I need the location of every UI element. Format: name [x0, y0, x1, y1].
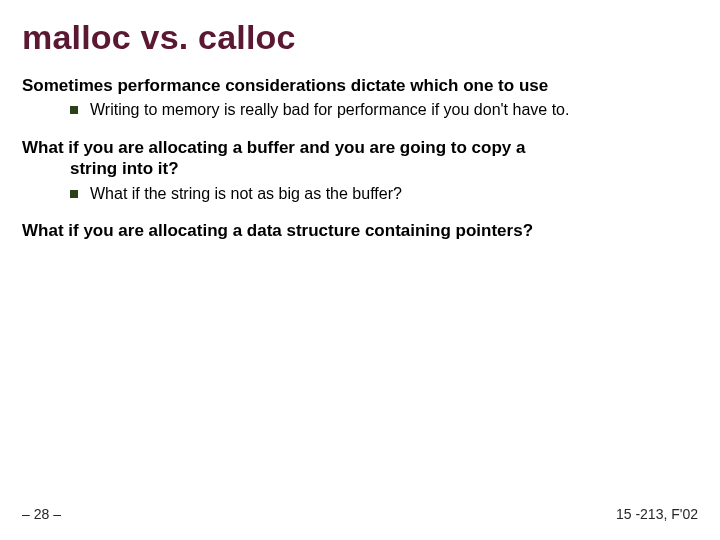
heading-2: What if you are allocating a buffer and … [22, 137, 698, 180]
heading-3: What if you are allocating a data struct… [22, 220, 698, 241]
heading-1: Sometimes performance considerations dic… [22, 75, 698, 96]
slide-title: malloc vs. calloc [22, 18, 698, 57]
square-bullet-icon [70, 106, 78, 114]
content-block-2: What if you are allocating a buffer and … [22, 137, 698, 204]
course-tag: 15 -213, F'02 [616, 506, 698, 522]
heading-1-text: Sometimes performance considerations dic… [22, 76, 548, 95]
heading-2-text: What if you are allocating a buffer and … [22, 138, 525, 157]
bullet-text: Writing to memory is really bad for perf… [90, 100, 569, 121]
content-block-3: What if you are allocating a data struct… [22, 220, 698, 241]
bullet-row: Writing to memory is really bad for perf… [22, 100, 698, 121]
square-bullet-icon [70, 190, 78, 198]
bullet-text: What if the string is not as big as the … [90, 184, 402, 205]
heading-3-text: What if you are allocating a data struct… [22, 221, 533, 240]
heading-2-cont: string into it? [22, 158, 698, 179]
footer: – 28 – 15 -213, F'02 [22, 506, 698, 522]
bullet-row: What if the string is not as big as the … [22, 184, 698, 205]
page-number: – 28 – [22, 506, 61, 522]
content-block-1: Sometimes performance considerations dic… [22, 75, 698, 121]
